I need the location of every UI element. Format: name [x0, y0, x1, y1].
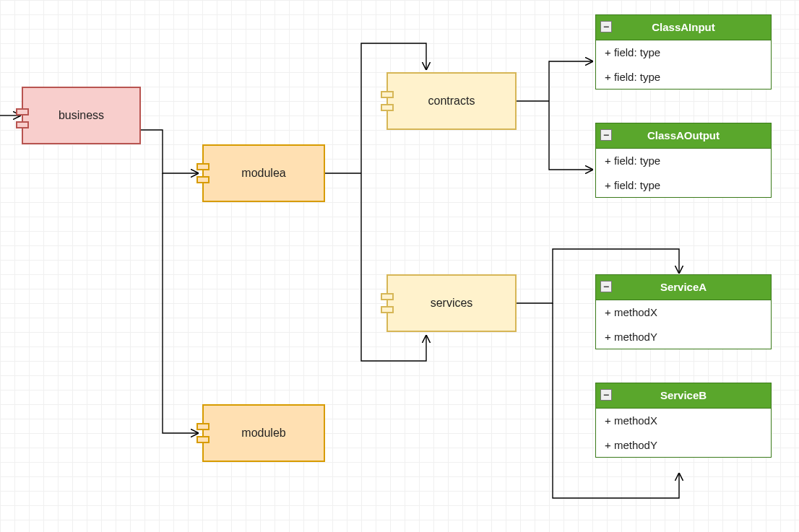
class-classainput[interactable]: − ClassAInput + field: type + field: typ…: [595, 14, 772, 90]
collapse-icon[interactable]: −: [600, 389, 612, 401]
collapse-icon[interactable]: −: [600, 281, 612, 292]
collapse-icon[interactable]: −: [600, 21, 612, 32]
component-notch-icon: [381, 91, 394, 98]
class-title: ServiceB: [660, 389, 707, 401]
component-notch-icon: [16, 108, 29, 115]
class-member: + field: type: [596, 40, 771, 64]
component-notch-icon: [381, 293, 394, 300]
class-member: + field: type: [596, 64, 771, 89]
component-notch-icon: [381, 104, 394, 111]
component-services[interactable]: services: [386, 274, 517, 332]
class-header: − ServiceB: [596, 383, 771, 409]
class-member: + methodX: [596, 300, 771, 324]
class-serviceb[interactable]: − ServiceB + methodX + methodY: [595, 383, 772, 458]
component-label: modulea: [241, 167, 285, 180]
class-member: + methodX: [596, 409, 771, 432]
component-contracts[interactable]: contracts: [386, 72, 517, 130]
component-notch-icon: [196, 163, 210, 170]
class-member: + methodY: [596, 432, 771, 457]
component-label: moduleb: [241, 427, 285, 440]
class-title: ClassAOutput: [647, 129, 720, 141]
collapse-icon[interactable]: −: [600, 129, 612, 141]
diagram-canvas[interactable]: business modulea moduleb contracts servi…: [0, 0, 799, 532]
component-notch-icon: [196, 436, 210, 443]
component-modulea[interactable]: modulea: [202, 144, 325, 202]
component-business[interactable]: business: [22, 87, 141, 144]
class-member: + field: type: [596, 149, 771, 173]
class-title: ServiceA: [660, 281, 707, 293]
class-header: − ClassAInput: [596, 15, 771, 40]
class-header: − ClassAOutput: [596, 123, 771, 149]
class-member: + methodY: [596, 324, 771, 349]
class-servicea[interactable]: − ServiceA + methodX + methodY: [595, 274, 772, 349]
class-title: ClassAInput: [652, 21, 715, 33]
component-label: business: [59, 109, 104, 122]
component-label: services: [431, 297, 473, 310]
component-notch-icon: [196, 176, 210, 183]
component-moduleb[interactable]: moduleb: [202, 404, 325, 462]
class-member: + field: type: [596, 173, 771, 197]
component-notch-icon: [196, 423, 210, 430]
class-classaoutput[interactable]: − ClassAOutput + field: type + field: ty…: [595, 123, 772, 198]
component-label: contracts: [428, 95, 475, 108]
component-notch-icon: [16, 121, 29, 128]
component-notch-icon: [381, 306, 394, 313]
class-header: − ServiceA: [596, 275, 771, 300]
